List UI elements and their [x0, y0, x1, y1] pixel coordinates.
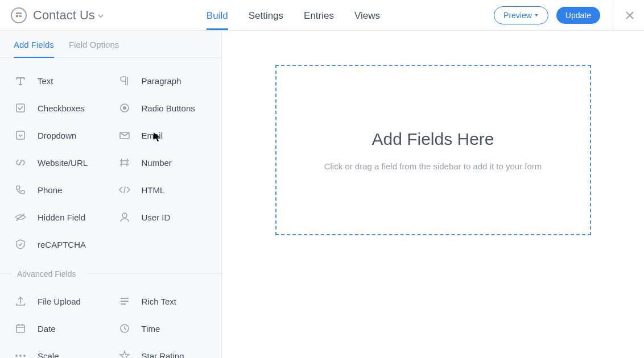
- svg-rect-3: [19, 15, 22, 17]
- field-label: User ID: [142, 213, 171, 222]
- update-button[interactable]: Update: [556, 7, 600, 24]
- user-icon: [118, 210, 131, 224]
- main-area: Add Fields Field Options Text Paragraph …: [0, 31, 644, 358]
- field-paragraph[interactable]: Paragraph: [113, 67, 217, 94]
- preview-button[interactable]: Preview: [494, 6, 548, 24]
- topbar-actions: Preview Update: [494, 0, 635, 31]
- advanced-fields-heading: Advanced Fields: [0, 263, 221, 284]
- preview-button-label: Preview: [503, 11, 532, 20]
- field-label: Checkboxes: [38, 103, 85, 113]
- field-label: Paragraph: [142, 76, 181, 86]
- sidebar-tab-field-options[interactable]: Field Options: [69, 40, 119, 57]
- svg-point-13: [19, 355, 22, 357]
- svg-rect-1: [16, 13, 22, 14]
- field-number[interactable]: Number: [113, 149, 217, 176]
- form-title-text: Contact Us: [33, 8, 95, 23]
- dropzone-subtitle: Click or drag a field from the sidebar t…: [324, 161, 542, 171]
- dropzone-title: Add Fields Here: [371, 130, 494, 149]
- svg-point-12: [15, 355, 18, 357]
- field-website-url[interactable]: Website/URL: [9, 149, 113, 176]
- svg-point-9: [122, 213, 127, 218]
- field-label: Scale: [38, 351, 59, 359]
- field-label: HTML: [142, 185, 165, 195]
- field-label: Time: [142, 324, 160, 334]
- advanced-fields-grid: File Upload Rich Text Date Time Scale St…: [0, 284, 221, 358]
- field-html[interactable]: HTML: [113, 176, 217, 203]
- sidebar: Add Fields Field Options Text Paragraph …: [0, 31, 222, 358]
- checkbox-icon: [14, 101, 27, 115]
- email-icon: [118, 128, 131, 142]
- svg-rect-10: [16, 325, 24, 332]
- paragraph-icon: [118, 74, 131, 88]
- field-user-id[interactable]: User ID: [113, 203, 217, 231]
- field-label: File Upload: [38, 297, 81, 306]
- caret-down-icon: [534, 13, 539, 18]
- field-scale[interactable]: Scale: [9, 342, 113, 358]
- sidebar-tabs: Add Fields Field Options: [0, 31, 221, 58]
- star-icon: [118, 349, 131, 358]
- field-label: Email: [142, 131, 163, 140]
- svg-rect-4: [16, 104, 24, 112]
- field-label: Hidden Field: [38, 213, 85, 222]
- hidden-icon: [14, 210, 27, 224]
- number-icon: [118, 156, 131, 169]
- field-email[interactable]: Email: [113, 122, 217, 149]
- field-rich-text[interactable]: Rich Text: [113, 288, 217, 315]
- svg-rect-7: [16, 131, 24, 139]
- svg-point-6: [123, 106, 126, 110]
- field-label: Date: [38, 324, 56, 334]
- field-label: reCAPTCHA: [38, 240, 86, 249]
- sidebar-tab-add-fields[interactable]: Add Fields: [14, 40, 54, 57]
- field-recaptcha[interactable]: reCAPTCHA: [9, 231, 113, 258]
- tab-views[interactable]: Views: [354, 1, 380, 30]
- close-area: [613, 0, 635, 31]
- field-dropdown[interactable]: Dropdown: [9, 122, 113, 149]
- dropdown-icon: [14, 128, 27, 142]
- dropzone[interactable]: Add Fields Here Click or drag a field fr…: [275, 65, 591, 235]
- recaptcha-icon: [14, 238, 27, 251]
- field-star-rating[interactable]: Star Rating: [113, 342, 217, 358]
- time-icon: [118, 322, 131, 335]
- field-phone[interactable]: Phone: [9, 176, 113, 203]
- field-date[interactable]: Date: [9, 315, 113, 342]
- richtext-icon: [118, 294, 131, 308]
- form-canvas: Add Fields Here Click or drag a field fr…: [222, 31, 644, 358]
- close-icon[interactable]: [625, 10, 635, 20]
- brand-logo: [9, 6, 28, 25]
- svg-rect-2: [16, 15, 18, 17]
- html-icon: [118, 183, 131, 197]
- phone-icon: [14, 183, 27, 197]
- topbar: Contact Us Build Settings Entries Views …: [0, 0, 644, 31]
- date-icon: [14, 322, 27, 335]
- field-hidden[interactable]: Hidden Field: [9, 203, 113, 231]
- field-label: Number: [142, 158, 172, 168]
- radio-icon: [118, 101, 131, 115]
- field-label: Phone: [38, 185, 62, 195]
- tab-settings[interactable]: Settings: [249, 1, 283, 30]
- scale-icon: [14, 349, 27, 358]
- field-radio-buttons[interactable]: Radio Buttons: [113, 94, 217, 122]
- url-icon: [14, 156, 27, 169]
- field-label: Text: [38, 76, 53, 86]
- chevron-down-icon: [97, 13, 104, 19]
- field-text[interactable]: Text: [9, 67, 113, 94]
- field-label: Rich Text: [142, 297, 176, 306]
- field-label: Radio Buttons: [142, 103, 195, 113]
- field-label: Star Rating: [142, 351, 184, 359]
- tab-build[interactable]: Build: [207, 1, 228, 30]
- field-checkboxes[interactable]: Checkboxes: [9, 94, 113, 122]
- form-title-dropdown[interactable]: Contact Us: [33, 8, 104, 23]
- basic-fields-grid: Text Paragraph Checkboxes Radio Buttons …: [0, 58, 221, 263]
- field-label: Website/URL: [38, 158, 88, 168]
- svg-point-14: [23, 355, 26, 357]
- field-label: Dropdown: [38, 131, 76, 140]
- tab-entries[interactable]: Entries: [304, 1, 334, 30]
- field-file-upload[interactable]: File Upload: [9, 288, 113, 315]
- main-nav-tabs: Build Settings Entries Views: [207, 1, 380, 30]
- text-icon: [14, 74, 27, 88]
- field-time[interactable]: Time: [113, 315, 217, 342]
- upload-icon: [14, 294, 27, 308]
